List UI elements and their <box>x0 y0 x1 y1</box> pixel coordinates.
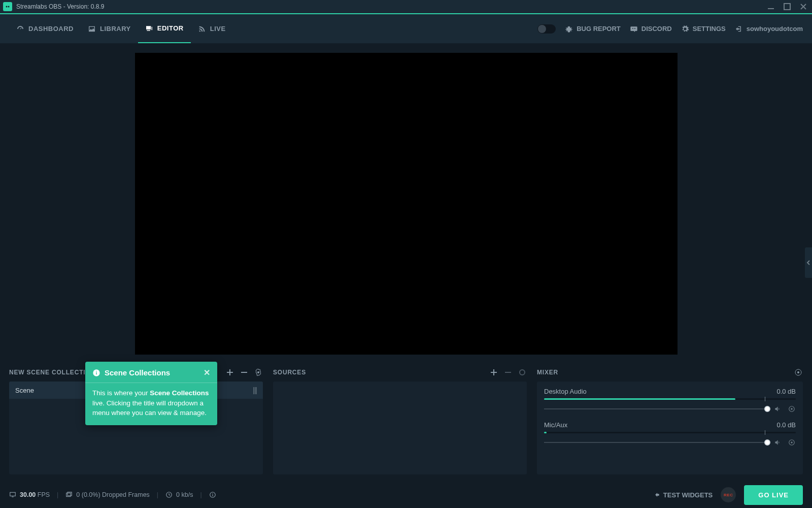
nav-live-label: LIVE <box>210 25 226 33</box>
scene-item-label: Scene <box>15 387 34 394</box>
status-bar: 30.00 FPS | 0 (0.0%) Dropped Frames | 0 … <box>0 482 812 508</box>
side-panel-toggle[interactable] <box>805 247 812 278</box>
sources-panel-title: SOURCES <box>273 369 306 376</box>
app-title: Streamlabs OBS - Version: 0.8.9 <box>16 3 104 10</box>
image-icon <box>88 25 96 33</box>
nav-editor-label: EDITOR <box>157 24 184 32</box>
audio-meter <box>544 398 796 400</box>
mixer-channel-name: Desktop Audio <box>544 388 587 395</box>
editor-icon <box>145 24 153 33</box>
nav-dashboard[interactable]: DASHBOARD <box>9 14 81 43</box>
svg-rect-15 <box>12 497 14 497</box>
record-button[interactable]: REC <box>721 487 736 502</box>
user-account[interactable]: sowhoyoudotcom <box>735 25 803 33</box>
add-scene-button[interactable] <box>225 368 234 377</box>
svg-rect-2 <box>768 8 774 9</box>
svg-rect-3 <box>784 4 790 10</box>
bitrate-label: 0 kb/s <box>176 491 193 498</box>
svg-rect-6 <box>505 372 511 373</box>
svg-rect-4 <box>241 372 247 373</box>
frames-icon <box>65 491 73 498</box>
nav-library[interactable]: LIBRARY <box>81 14 138 43</box>
channel-settings-button[interactable] <box>788 405 796 413</box>
titlebar: Streamlabs OBS - Version: 0.8.9 <box>0 0 812 14</box>
scene-settings-button[interactable] <box>254 368 263 377</box>
dashboard-icon <box>16 25 24 33</box>
svg-point-7 <box>520 370 525 375</box>
arrow-left-icon <box>653 491 660 498</box>
tooltip-close-button[interactable]: ✕ <box>204 368 210 377</box>
remove-scene-button[interactable] <box>240 368 249 377</box>
go-live-button[interactable]: GO LIVE <box>744 485 803 505</box>
fps-label: FPS <box>38 491 50 498</box>
audio-meter <box>544 432 796 433</box>
discord-icon <box>630 25 638 33</box>
rss-icon <box>198 25 206 33</box>
close-button[interactable] <box>798 2 809 11</box>
minimize-button[interactable] <box>765 2 776 11</box>
mixer-channel: Desktop Audio 0.0 dB <box>537 382 803 415</box>
test-widgets-button[interactable]: TEST WIDGETS <box>653 491 713 499</box>
mute-button[interactable] <box>773 405 782 413</box>
logout-icon <box>735 25 743 33</box>
svg-rect-21 <box>212 493 213 494</box>
nav-editor[interactable]: EDITOR <box>138 14 191 43</box>
bug-icon <box>565 25 573 33</box>
fps-status: 30.00 FPS <box>9 491 50 498</box>
bitrate-icon <box>165 491 173 498</box>
record-label: REC <box>724 493 733 497</box>
nav-live[interactable]: LIVE <box>191 14 233 43</box>
volume-slider[interactable] <box>544 408 767 409</box>
onboarding-tooltip: Scene Collections ✕ This is where your S… <box>85 362 217 425</box>
mixer-channel: Mic/Aux 0.0 dB <box>537 415 803 449</box>
mixer-panel-title: MIXER <box>537 369 558 376</box>
mute-button[interactable] <box>773 438 782 447</box>
mixer-channel-db: 0.0 dB <box>776 388 796 395</box>
go-live-label: GO LIVE <box>758 491 789 499</box>
sources-panel: SOURCES <box>273 367 527 474</box>
top-nav: DASHBOARD LIBRARY EDITOR LIVE BUG REPORT… <box>0 14 812 44</box>
night-mode-toggle[interactable] <box>537 24 556 34</box>
drag-handle-icon[interactable]: ||| <box>253 386 257 394</box>
volume-slider[interactable] <box>544 442 767 443</box>
settings-button[interactable]: SETTINGS <box>681 25 726 33</box>
app-icon <box>3 2 12 11</box>
info-icon <box>209 491 216 498</box>
test-widgets-label: TEST WIDGETS <box>663 491 713 499</box>
settings-label: SETTINGS <box>693 25 726 33</box>
svg-rect-24 <box>96 371 96 371</box>
preview-canvas[interactable] <box>135 53 678 355</box>
channel-settings-button[interactable] <box>788 438 796 447</box>
source-settings-button[interactable] <box>518 368 527 377</box>
bitrate-status: 0 kb/s <box>165 491 193 498</box>
info-button[interactable] <box>209 491 216 498</box>
svg-point-1 <box>8 6 10 8</box>
nav-dashboard-label: DASHBOARD <box>28 25 74 33</box>
mixer-body: Desktop Audio 0.0 dB Mic/Aux 0.0 dB <box>537 382 803 474</box>
svg-rect-14 <box>10 492 16 496</box>
mixer-panel: MIXER Desktop Audio 0.0 dB <box>537 367 803 474</box>
svg-point-12 <box>791 441 793 443</box>
svg-rect-23 <box>96 372 96 374</box>
username-label: sowhoyoudotcom <box>747 25 803 33</box>
dropped-frames-label: 0 (0.0%) Dropped Frames <box>76 491 150 498</box>
discord-button[interactable]: DISCORD <box>630 25 672 33</box>
svg-rect-20 <box>212 494 213 496</box>
mixer-channel-db: 0.0 dB <box>776 421 796 429</box>
tooltip-body: This is where your Scene Collections liv… <box>85 383 217 425</box>
monitor-icon <box>9 491 16 498</box>
nav-library-label: LIBRARY <box>100 25 131 33</box>
discord-label: DISCORD <box>641 25 672 33</box>
sources-list <box>273 382 527 474</box>
remove-source-button[interactable] <box>503 368 513 377</box>
svg-point-5 <box>257 371 259 373</box>
bug-report-button[interactable]: BUG REPORT <box>565 25 621 33</box>
gear-icon <box>681 25 689 33</box>
tooltip-title: Scene Collections <box>105 368 170 377</box>
dropped-frames-status: 0 (0.0%) Dropped Frames <box>65 491 150 498</box>
add-source-button[interactable] <box>489 368 498 377</box>
maximize-button[interactable] <box>782 2 793 11</box>
svg-rect-17 <box>67 492 72 496</box>
mixer-settings-button[interactable] <box>794 368 803 377</box>
mixer-channel-name: Mic/Aux <box>544 421 567 429</box>
